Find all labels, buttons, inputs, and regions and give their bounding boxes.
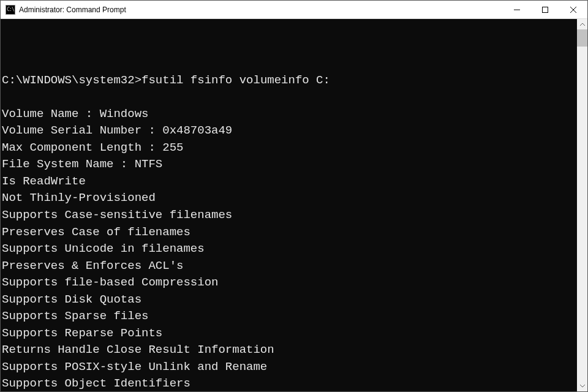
output-line: Not Thinly-Provisioned	[2, 190, 577, 207]
output-line: Supports Case-sensitive filenames	[2, 207, 577, 224]
scroll-thumb[interactable]	[577, 29, 587, 47]
output-line: Supports POSIX-style Unlink and Rename	[2, 359, 577, 376]
output-line: Supports Sparse files	[2, 308, 577, 325]
command-text: fsutil fsinfo volumeinfo C:	[141, 74, 330, 87]
output-line: Supports Unicode in filenames	[2, 241, 577, 258]
svg-rect-1	[543, 7, 548, 12]
window-titlebar[interactable]: C:\ Administrator: Command Prompt	[1, 1, 587, 19]
window-controls	[503, 1, 587, 18]
minimize-button[interactable]	[503, 1, 531, 18]
terminal-output[interactable]: C:\WINDOWS\system32>fsutil fsinfo volume…	[1, 19, 577, 391]
scroll-up-arrow-icon[interactable]	[577, 19, 587, 29]
output-line: Supports Object Identifiers	[2, 375, 577, 391]
cmd-icon: C:\	[6, 5, 15, 15]
maximize-button[interactable]	[531, 1, 559, 18]
output-line: Volume Name : Windows	[2, 106, 577, 123]
scroll-down-arrow-icon[interactable]	[577, 381, 587, 391]
output-line: Returns Handle Close Result Information	[2, 342, 577, 359]
output-line: Supports file-based Compression	[2, 274, 577, 292]
close-button[interactable]	[559, 1, 587, 18]
output-line: Preserves Case of filenames	[2, 224, 577, 241]
prompt-text: C:\WINDOWS\system32>	[2, 74, 141, 87]
output-line: Max Component Length : 255	[2, 140, 577, 157]
output-line: Preserves & Enforces ACL's	[2, 258, 577, 275]
output-line: Is ReadWrite	[2, 173, 577, 190]
output-line: File System Name : NTFS	[2, 156, 577, 173]
vertical-scrollbar[interactable]	[577, 19, 587, 391]
blank-line	[2, 39, 577, 56]
terminal-container: C:\WINDOWS\system32>fsutil fsinfo volume…	[1, 19, 587, 391]
output-line: Supports Reparse Points	[2, 325, 577, 342]
command-line: C:\WINDOWS\system32>fsutil fsinfo volume…	[2, 72, 577, 89]
output-line: Supports Disk Quotas	[2, 292, 577, 309]
output-line: Volume Serial Number : 0x48703a49	[2, 123, 577, 140]
window-title: Administrator: Command Prompt	[19, 6, 503, 14]
